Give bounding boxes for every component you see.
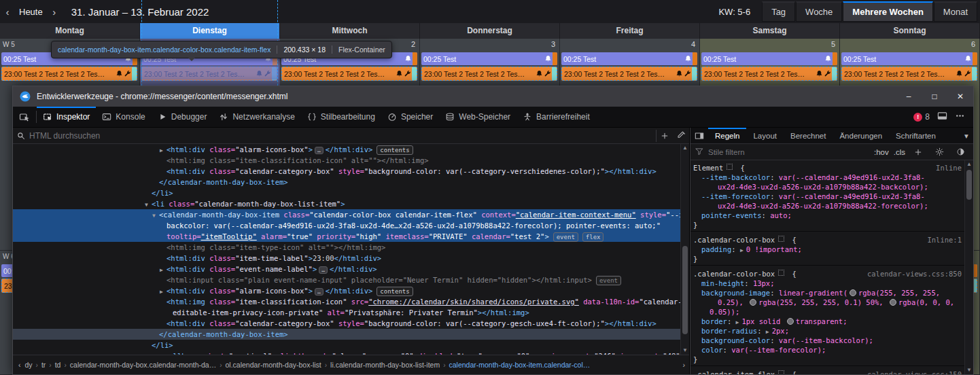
markup-line[interactable]: <html:img class="item-classification-ico… [13, 155, 680, 166]
calendar-event[interactable]: 23:00 Test 2 Test 2 Test 2 Tes… [421, 67, 557, 81]
markup-badge-event[interactable]: event [596, 276, 621, 285]
day-header-mittwoch[interactable]: Mittwoch [280, 23, 420, 39]
twisty-icon[interactable]: ▼ [145, 200, 152, 211]
sidebar-tab-berechnet[interactable]: Berechnet [784, 128, 833, 143]
rule-source-link[interactable]: Inline:1 [927, 235, 962, 245]
markup-line[interactable]: <html:div class="calendar-category-box" … [13, 166, 680, 177]
rule-line[interactable]: } [690, 220, 964, 230]
expand-arrow-icon[interactable]: ▶ [766, 329, 769, 335]
markup-line[interactable]: ▶<html:div class="alarm-icons-box">…</ht… [13, 285, 680, 296]
rule-line[interactable]: 0.25), rgba(255, 255, 255, 0.1) 50%, rgb… [690, 298, 964, 307]
day-header-freitag[interactable]: Freitag [560, 23, 700, 39]
markup-badge-event[interactable]: event [553, 232, 578, 242]
collapse-sidebar-icon[interactable] [690, 128, 708, 143]
markup-line[interactable]: </li> [13, 340, 680, 351]
sidebar-tab-anderungen[interactable]: Änderungen [833, 128, 889, 143]
eyedropper-icon[interactable] [673, 128, 689, 143]
markup-line[interactable]: ▼<li class="calendar-month-day-box-list-… [13, 198, 680, 209]
html-search-bar[interactable]: HTML durchsuchen [13, 128, 689, 144]
color-swatch[interactable] [850, 289, 856, 296]
next-week-icon[interactable]: › [47, 6, 62, 18]
inline-text-pill[interactable]: … [315, 147, 323, 154]
day-header-montag[interactable]: Montag [0, 23, 140, 39]
sidebar-tab-regeln[interactable]: Regeln [708, 128, 746, 143]
color-swatch[interactable] [890, 299, 896, 306]
tool-tab-debugger[interactable]: Debugger [152, 107, 213, 127]
sidebar-tab-schriftarten[interactable]: Schriftarten [889, 128, 943, 143]
markup-line[interactable]: </calendar-month-day-box-item> [13, 329, 680, 340]
sidebar-overflow-caret-icon[interactable]: ▾ [960, 128, 973, 143]
rule-line[interactable]: .calendar-item-flex {calendar-views.css:… [690, 370, 964, 374]
markup-line[interactable]: </calendar-month-day-box-item> [13, 177, 680, 188]
inline-text-pill[interactable]: … [319, 266, 328, 274]
rule-line[interactable]: } [690, 254, 964, 264]
add-rule-button[interactable] [910, 144, 926, 160]
markup-line[interactable]: <html:input class="plain event-name-inpu… [13, 274, 680, 285]
markup-view[interactable]: ▶<html:div class="alarm-icons-box">…</ht… [13, 144, 680, 355]
selector-highlighter-icon[interactable] [727, 164, 733, 170]
markup-badge-contents[interactable]: contents [377, 145, 413, 155]
view-tab-tag[interactable]: Tag [762, 1, 795, 22]
rules-scrollbar[interactable]: ▲ ▼ [964, 160, 973, 374]
markup-line[interactable]: <html:img class="item-type-icon" alt="">… [13, 242, 680, 253]
view-tab-monat[interactable]: Monat [934, 1, 977, 22]
calendar-event[interactable]: 00:25 Test [841, 52, 977, 65]
sidebar-tab-layout[interactable]: Layout [746, 128, 784, 143]
today-button[interactable]: Heute [15, 5, 47, 18]
markup-line[interactable]: editable-item-privacy-icon-private" alt=… [13, 307, 680, 318]
close-button[interactable]: ✕ [947, 86, 973, 107]
color-swatch[interactable] [787, 318, 794, 325]
rule-line[interactable]: --item-backcolor: var(--calendar-a49ed91… [690, 173, 964, 182]
maximize-button[interactable]: □ [922, 86, 947, 107]
tool-tab-speicher[interactable]: Speicher [381, 107, 439, 127]
calendar-event[interactable]: 23:00 Test 2 Test 2 Test 2 Tes… [561, 67, 697, 81]
calendar-event[interactable]: 23:00 Test 2 Test 2 Test 2 Tes… [701, 67, 837, 81]
twisty-icon[interactable]: ▶ [160, 265, 167, 276]
expand-arrow-icon[interactable]: ▶ [736, 319, 739, 325]
breadcrumb-back-icon[interactable]: ‹ [18, 361, 21, 369]
rule-source-link[interactable]: Inline [936, 163, 962, 173]
meatball-menu-icon[interactable] [955, 111, 965, 123]
inline-text-pill[interactable]: … [315, 288, 323, 296]
rule-line[interactable]: color: var(--item-forecolor); [690, 345, 964, 355]
light-mode-sim-icon[interactable] [931, 144, 947, 160]
view-tab-mehrere-wochen[interactable]: Mehrere Wochen [843, 1, 933, 22]
calendar-event[interactable]: 23:00 Test 2 Test 2 Test 2 Tes… [1, 67, 137, 81]
markup-badge-contents[interactable]: contents [377, 287, 413, 296]
markup-line[interactable]: </li> [13, 188, 680, 198]
rule-line[interactable]: Element {Inline [690, 163, 964, 173]
tool-tab-web-speicher[interactable]: Web-Speicher [439, 107, 517, 127]
calendar-event[interactable]: 23:00 Test 2 Test 2 Test 2 Tes… [281, 67, 417, 81]
rule-line[interactable]: background-image: linear-gradient(rgba(2… [690, 288, 964, 298]
selector-highlighter-icon[interactable] [778, 270, 784, 276]
markup-line[interactable]: <html:img class="item-classification-ico… [13, 296, 680, 307]
split-console-icon[interactable] [937, 111, 947, 123]
markup-line[interactable]: ▶<html:div class="alarm-icons-box">…</ht… [13, 144, 680, 155]
attribute-link[interactable]: "calendar-item-context-menu" [516, 211, 636, 219]
breadcrumb-item[interactable]: li.calendar-month-day-box-list-item [330, 361, 440, 369]
pseudo-class-toggle[interactable]: :hov [874, 148, 889, 156]
breadcrumb-item[interactable]: calendar-month-day-box-item.calendar-col… [449, 361, 591, 369]
rule-line[interactable]: .calendar-color-box {Inline:1 [690, 235, 964, 245]
day-header-donnerstag[interactable]: Donnerstag [420, 23, 560, 39]
color-swatch[interactable] [750, 299, 756, 306]
minimize-button[interactable]: – [896, 86, 922, 107]
expand-arrow-icon[interactable]: ▶ [740, 247, 743, 253]
rule-source-link[interactable]: calendar-views.css:850 [867, 269, 962, 279]
tool-tab-stilbearbeitung[interactable]: Stilbearbeitung [301, 107, 381, 127]
day-header-sonntag[interactable]: Sonntag [840, 23, 980, 39]
calendar-event[interactable]: 23:00 Test 2 Test 2 Test 2 Tes… [841, 67, 977, 81]
rule-line[interactable]: pointer-events: auto; [690, 211, 964, 220]
tool-tab-inspektor[interactable]: Inspektor [37, 107, 96, 127]
selector-highlighter-icon[interactable] [778, 236, 784, 242]
tool-tab-barrierefreiheit[interactable]: Barrierefreiheit [517, 107, 596, 127]
class-toggle[interactable]: .cls [894, 148, 905, 156]
rule-line[interactable]: background-color: var(--item-backcolor); [690, 336, 964, 345]
markup-scrollbar[interactable]: ▲ ▼ [680, 144, 689, 355]
pick-element-button[interactable] [13, 107, 36, 127]
rule-line[interactable]: border-radius: ▶2px; [690, 326, 964, 336]
twisty-icon[interactable]: ▼ [152, 211, 159, 221]
add-node-button[interactable] [657, 128, 673, 143]
rule-line[interactable]: border: ▶1px solid transparent; [690, 317, 964, 326]
markup-line[interactable]: <html:div class="item-time-label">23:00<… [13, 253, 680, 264]
